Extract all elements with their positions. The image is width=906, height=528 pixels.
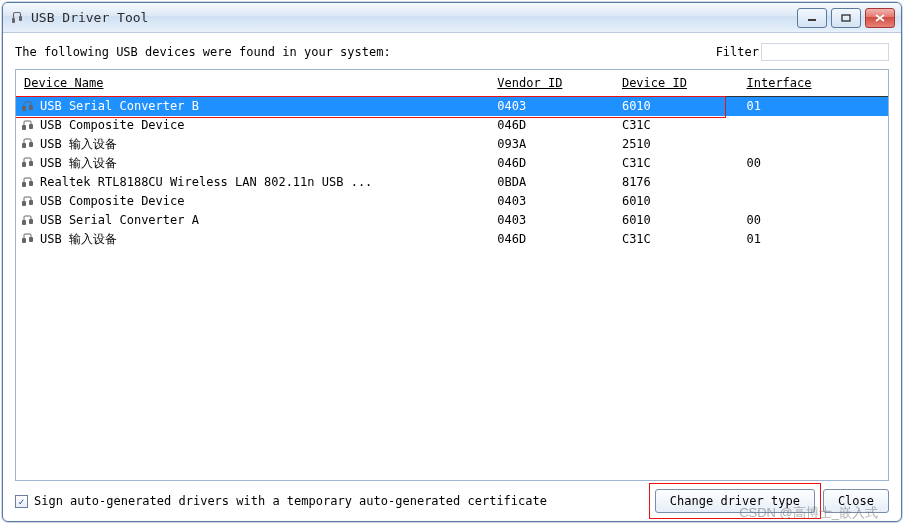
app-icon: [9, 10, 25, 26]
svg-rect-11: [29, 161, 33, 166]
device-table: Device Name Vendor ID Device ID Interfac…: [16, 70, 888, 249]
device-name-cell: USB Composite Device: [16, 192, 489, 211]
window-controls: [797, 8, 895, 28]
svg-rect-2: [808, 19, 816, 21]
usb-icon: [20, 157, 36, 169]
svg-rect-13: [29, 181, 33, 186]
table-row[interactable]: USB 输入设备093A2510: [16, 135, 888, 154]
svg-rect-8: [22, 143, 26, 148]
col-device-name[interactable]: Device Name: [16, 70, 489, 97]
device-name-cell: Realtek RTL8188CU Wireless LAN 802.11n U…: [16, 173, 489, 192]
close-window-button[interactable]: [865, 8, 895, 28]
close-button[interactable]: Close: [823, 489, 889, 513]
device-id-cell: C31C: [614, 154, 739, 173]
svg-rect-19: [29, 237, 33, 242]
device-id-cell: 8176: [614, 173, 739, 192]
device-id-cell: C31C: [614, 230, 739, 249]
device-name-text: USB Composite Device: [40, 118, 185, 132]
interface-cell: [738, 192, 888, 211]
titlebar[interactable]: USB Driver Tool: [3, 3, 901, 33]
svg-rect-15: [29, 200, 33, 205]
device-id-cell: 6010: [614, 211, 739, 230]
interface-cell: [738, 135, 888, 154]
table-row[interactable]: Realtek RTL8188CU Wireless LAN 802.11n U…: [16, 173, 888, 192]
interface-cell: [738, 173, 888, 192]
table-row[interactable]: USB Composite Device04036010: [16, 192, 888, 211]
vendor-id-cell: 093A: [489, 135, 614, 154]
device-name-cell: USB Composite Device: [16, 116, 489, 135]
device-name-text: USB 输入设备: [40, 137, 117, 151]
interface-cell: 01: [738, 97, 888, 116]
sign-checkbox-label: Sign auto-generated drivers with a tempo…: [34, 494, 547, 508]
table-row[interactable]: USB Serial Converter B0403601001: [16, 97, 888, 116]
vendor-id-cell: 046D: [489, 154, 614, 173]
filter-label: Filter: [716, 45, 759, 59]
col-vendor-id[interactable]: Vendor ID: [489, 70, 614, 97]
interface-cell: 01: [738, 230, 888, 249]
usb-icon: [20, 138, 36, 150]
change-driver-type-button[interactable]: Change driver type: [655, 489, 815, 513]
svg-rect-6: [22, 125, 26, 130]
sign-checkbox[interactable]: ✓: [15, 495, 28, 508]
table-row[interactable]: USB Serial Converter A0403601000: [16, 211, 888, 230]
usb-icon: [20, 215, 36, 227]
client-area: The following USB devices were found in …: [3, 33, 901, 521]
maximize-button[interactable]: [831, 8, 861, 28]
device-name-cell: USB 输入设备: [16, 230, 489, 249]
svg-rect-3: [842, 15, 850, 21]
svg-rect-0: [12, 18, 15, 23]
device-name-text: USB 输入设备: [40, 156, 117, 170]
device-id-cell: 2510: [614, 135, 739, 154]
svg-rect-12: [22, 182, 26, 187]
vendor-id-cell: 0BDA: [489, 173, 614, 192]
svg-rect-1: [19, 16, 22, 21]
device-name-text: Realtek RTL8188CU Wireless LAN 802.11n U…: [40, 175, 372, 189]
svg-rect-9: [29, 142, 33, 147]
svg-rect-4: [22, 106, 26, 111]
svg-rect-16: [22, 220, 26, 225]
device-name-text: USB Serial Converter B: [40, 99, 199, 113]
vendor-id-cell: 0403: [489, 97, 614, 116]
interface-cell: 00: [738, 211, 888, 230]
minimize-button[interactable]: [797, 8, 827, 28]
table-header-row[interactable]: Device Name Vendor ID Device ID Interfac…: [16, 70, 888, 97]
table-row[interactable]: USB Composite Device046DC31C: [16, 116, 888, 135]
device-name-cell: USB Serial Converter A: [16, 211, 489, 230]
device-list[interactable]: Device Name Vendor ID Device ID Interfac…: [15, 69, 889, 481]
svg-rect-7: [29, 124, 33, 129]
vendor-id-cell: 046D: [489, 230, 614, 249]
svg-rect-17: [29, 219, 33, 224]
vendor-id-cell: 0403: [489, 192, 614, 211]
device-name-cell: USB 输入设备: [16, 154, 489, 173]
usb-icon: [20, 120, 36, 132]
col-interface[interactable]: Interface: [738, 70, 888, 97]
device-name-text: USB 输入设备: [40, 232, 117, 246]
filter-input[interactable]: [761, 43, 889, 61]
vendor-id-cell: 0403: [489, 211, 614, 230]
table-row[interactable]: USB 输入设备046DC31C00: [16, 154, 888, 173]
usb-icon: [20, 101, 36, 113]
usb-icon: [20, 196, 36, 208]
table-row[interactable]: USB 输入设备046DC31C01: [16, 230, 888, 249]
device-id-cell: 6010: [614, 97, 739, 116]
svg-rect-5: [29, 105, 33, 110]
window-title: USB Driver Tool: [31, 10, 797, 25]
usb-icon: [20, 177, 36, 189]
device-id-cell: C31C: [614, 116, 739, 135]
intro-text: The following USB devices were found in …: [15, 45, 716, 59]
interface-cell: [738, 116, 888, 135]
vendor-id-cell: 046D: [489, 116, 614, 135]
usb-icon: [20, 233, 36, 245]
device-name-text: USB Serial Converter A: [40, 213, 199, 227]
device-id-cell: 6010: [614, 192, 739, 211]
col-device-id[interactable]: Device ID: [614, 70, 739, 97]
bottom-row: ✓ Sign auto-generated drivers with a tem…: [15, 481, 889, 513]
interface-cell: 00: [738, 154, 888, 173]
sign-checkbox-wrap[interactable]: ✓ Sign auto-generated drivers with a tem…: [15, 494, 647, 508]
top-row: The following USB devices were found in …: [15, 43, 889, 61]
device-name-cell: USB 输入设备: [16, 135, 489, 154]
device-name-text: USB Composite Device: [40, 194, 185, 208]
device-name-cell: USB Serial Converter B: [16, 97, 489, 116]
svg-rect-14: [22, 201, 26, 206]
svg-rect-18: [22, 238, 26, 243]
